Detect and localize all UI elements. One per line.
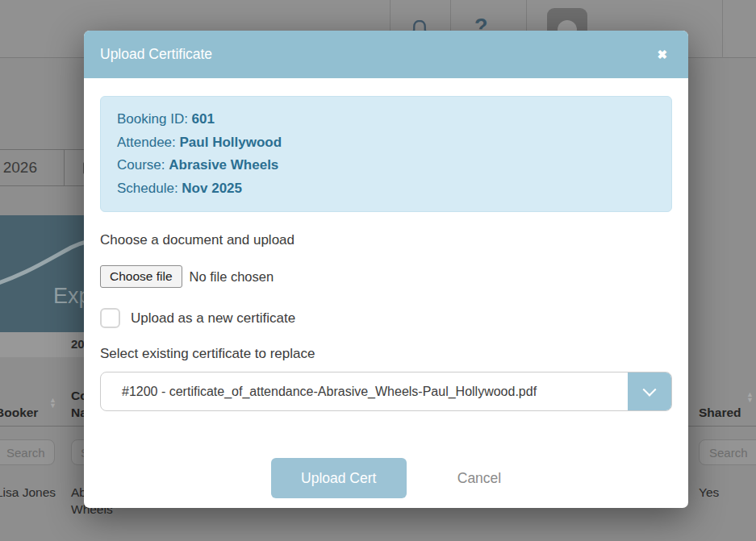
modal-title: Upload Certificate <box>100 46 652 63</box>
topbar-divider <box>722 0 723 58</box>
replace-certificate-selected-value: #1200 - certificate_of_attendance-Abrasi… <box>101 385 628 399</box>
replace-certificate-select[interactable]: #1200 - certificate_of_attendance-Abrasi… <box>100 372 672 411</box>
modal-footer: Upload Cert Cancel <box>100 458 672 498</box>
sort-icon[interactable]: ▲▼ <box>746 392 754 403</box>
search-input-booker[interactable] <box>0 439 55 465</box>
booking-info-box: Booking ID: 601 Attendee: Paul Hollywood… <box>100 96 672 212</box>
choose-file-button[interactable]: Choose file <box>100 265 182 288</box>
column-header-shared[interactable]: Shared <box>699 404 741 421</box>
new-certificate-checkbox[interactable] <box>100 308 120 328</box>
file-input: Choose file No file chosen <box>100 265 672 288</box>
booking-id-line: Booking ID: 601 <box>117 108 655 131</box>
table-cell-booker: Lisa Jones <box>0 484 56 501</box>
close-icon[interactable]: ✖ <box>652 44 672 65</box>
screen: ? 2026 Exp 20 Booker ▲▼ Course Name Shar… <box>0 0 756 541</box>
upload-cert-button[interactable]: Upload Cert <box>271 458 407 498</box>
replace-certificate-label: Select existing certificate to replace <box>100 346 672 362</box>
column-header-booker[interactable]: Booker <box>0 404 38 421</box>
new-certificate-checkbox-label: Upload as a new certificate <box>131 310 295 327</box>
year-select[interactable]: 2026 <box>0 149 65 186</box>
upload-certificate-modal: Upload Certificate ✖ Booking ID: 601 Att… <box>84 31 688 508</box>
new-certificate-option: Upload as a new certificate <box>100 308 672 328</box>
course-line: Course: Abrasive Wheels <box>117 154 655 177</box>
sort-icon[interactable]: ▲▼ <box>49 397 56 409</box>
modal-header: Upload Certificate ✖ <box>84 31 688 78</box>
file-chosen-status: No file chosen <box>190 269 274 285</box>
cancel-button[interactable]: Cancel <box>457 470 501 487</box>
modal-body: Booking ID: 601 Attendee: Paul Hollywood… <box>84 78 688 498</box>
year-select-value: 2026 <box>3 159 37 177</box>
choose-document-label: Choose a document and upload <box>100 232 672 248</box>
chevron-down-icon <box>643 382 657 396</box>
attendee-line: Attendee: Paul Hollywood <box>117 131 655 155</box>
strip-label-fragment: 20 <box>71 337 85 351</box>
schedule-line: Schedule: Nov 2025 <box>117 177 655 201</box>
select-dropdown-button[interactable] <box>628 372 671 410</box>
search-input-shared[interactable] <box>699 439 756 465</box>
table-cell-shared: Yes <box>699 484 719 501</box>
